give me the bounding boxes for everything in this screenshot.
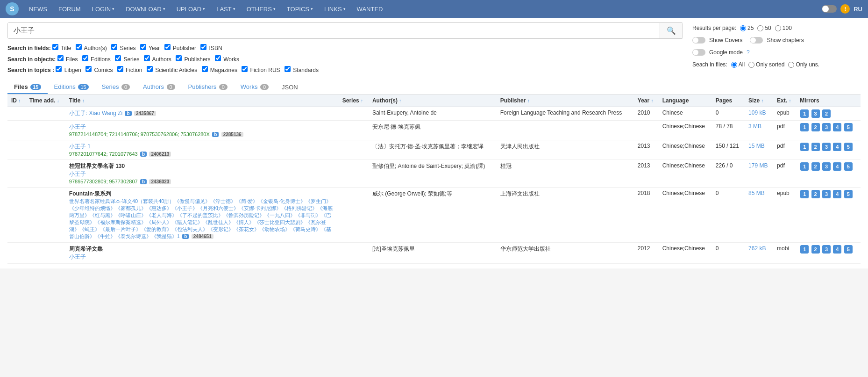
files-only-sorted[interactable]: Only sorted: [748, 59, 784, 70]
mirror-3[interactable]: 3: [822, 245, 831, 254]
nav-topics[interactable]: TOPICS ▾: [282, 3, 318, 15]
size-link[interactable]: 762 kB: [748, 245, 766, 252]
mirror-4[interactable]: 4: [833, 190, 841, 198]
field-author[interactable]: Author(s): [76, 45, 107, 51]
mirror-5[interactable]: 5: [844, 190, 853, 198]
cell-id: [7, 242, 26, 263]
mirror-4[interactable]: 4: [833, 162, 841, 171]
google-mode-toggle[interactable]: [692, 49, 705, 56]
topic-libgen[interactable]: Libgen: [56, 67, 81, 73]
nav-forum[interactable]: FORUM: [54, 3, 85, 15]
cell-mirrors: 1 2 3 4 5: [796, 140, 861, 160]
topic-comics[interactable]: Comics: [85, 67, 113, 73]
mirror-2[interactable]: 2: [811, 162, 820, 171]
mirror-5[interactable]: 5: [844, 245, 853, 254]
cell-id: [7, 107, 26, 120]
title-link[interactable]: 小王子: [69, 254, 86, 260]
language-label[interactable]: RU: [854, 6, 862, 13]
field-isbn[interactable]: ISBN: [200, 45, 222, 51]
nav-wanted[interactable]: WANTED: [352, 3, 388, 15]
obj-publishers[interactable]: Publishers: [176, 56, 210, 63]
tab-editions[interactable]: Editions 15: [48, 80, 95, 94]
search-input[interactable]: [8, 23, 660, 38]
cell-publisher: 上海译文出版社: [497, 187, 634, 242]
files-only-uns[interactable]: Only uns.: [788, 59, 819, 70]
mirror-1[interactable]: 1: [800, 190, 809, 198]
topic-magazines[interactable]: Magazines: [202, 67, 237, 73]
tab-series[interactable]: Series 0: [95, 80, 136, 94]
tab-editions-badge: 15: [78, 84, 88, 90]
mirror-5[interactable]: 5: [844, 162, 853, 171]
mirror-1[interactable]: 1: [800, 245, 809, 254]
cell-id: [7, 140, 26, 160]
tab-authors[interactable]: Authors 0: [136, 80, 181, 94]
mirror-4[interactable]: 4: [833, 123, 841, 131]
cell-ext: pdf: [773, 120, 796, 140]
nav-others[interactable]: OTHERS ▾: [242, 3, 280, 15]
mirror-3[interactable]: 3: [822, 190, 831, 198]
topic-fiction-rus[interactable]: Fiction RUS: [242, 67, 280, 73]
mirror-3[interactable]: 3: [822, 162, 831, 171]
obj-series[interactable]: Series: [115, 56, 139, 63]
per-page-25[interactable]: 25: [740, 22, 754, 34]
mirror-3[interactable]: 3: [822, 123, 831, 131]
cell-language: Chinese;Chinese: [659, 242, 712, 263]
mirror-2[interactable]: 2: [822, 109, 831, 118]
size-link[interactable]: 15 MB: [748, 143, 765, 149]
tab-publishers[interactable]: Publishers 0: [182, 80, 234, 94]
nav-links[interactable]: LINKS ▾: [320, 3, 350, 15]
size-link[interactable]: 179 MB: [748, 162, 768, 169]
mirror-3[interactable]: 3: [822, 143, 831, 151]
title-link[interactable]: 小王子: [69, 171, 86, 177]
per-page-50[interactable]: 50: [757, 22, 771, 34]
mirror-2[interactable]: 2: [811, 190, 820, 198]
nav-login[interactable]: LOGIN ▾: [87, 3, 119, 15]
topic-scientific[interactable]: Scientific Articles: [147, 67, 197, 73]
topic-fiction[interactable]: Fiction: [117, 67, 142, 73]
size-link[interactable]: 85 MB: [748, 190, 765, 196]
tab-files[interactable]: Files 15: [7, 80, 48, 94]
field-title[interactable]: Title: [52, 45, 71, 51]
obj-works[interactable]: Works: [215, 56, 239, 63]
obj-files[interactable]: Files: [57, 56, 78, 63]
mirror-3[interactable]: 3: [811, 109, 820, 118]
mirror-5[interactable]: 5: [844, 143, 853, 151]
google-mode-help[interactable]: ?: [747, 47, 750, 58]
mirror-4[interactable]: 4: [833, 143, 841, 151]
mirror-5[interactable]: 5: [844, 123, 853, 131]
mirror-2[interactable]: 2: [811, 143, 820, 151]
title-link[interactable]: 世界名著名家经典译本·译文40（套装共40册）《傲慢与偏见》《浮士德》《简·爱》…: [69, 198, 333, 239]
field-publisher[interactable]: Publisher: [164, 45, 196, 51]
col-language: Language: [659, 94, 712, 107]
mirror-1[interactable]: 1: [800, 123, 809, 131]
files-all[interactable]: All: [731, 59, 745, 70]
nav-last[interactable]: LAST ▾: [212, 3, 240, 15]
show-covers-toggle[interactable]: [692, 37, 705, 44]
mirror-4[interactable]: 4: [833, 245, 841, 254]
field-series[interactable]: Series: [111, 45, 135, 51]
title-link[interactable]: 小王子 1: [69, 143, 91, 150]
nav-upload[interactable]: UPLOAD ▾: [172, 3, 210, 15]
tab-json[interactable]: JSON: [275, 81, 305, 94]
mirror-2[interactable]: 2: [811, 245, 820, 254]
title-link[interactable]: 小王子: [69, 123, 86, 130]
obj-editions[interactable]: Editions: [82, 56, 111, 63]
search-button[interactable]: 🔍: [660, 23, 683, 38]
per-page-100[interactable]: 100: [775, 22, 792, 34]
topic-standards[interactable]: Standards: [285, 67, 319, 73]
show-chapters-toggle[interactable]: [750, 37, 763, 44]
tab-works[interactable]: Works 0: [234, 80, 275, 94]
nav-news[interactable]: NEWS: [24, 3, 52, 15]
size-link[interactable]: 109 kB: [748, 109, 766, 116]
mirror-2[interactable]: 2: [811, 123, 820, 131]
mirror-1[interactable]: 1: [800, 162, 809, 171]
mirror-1[interactable]: 1: [800, 143, 809, 151]
cell-mirrors: 1 2 3 4 5: [796, 187, 861, 242]
theme-toggle[interactable]: [822, 5, 837, 13]
mirror-1[interactable]: 1: [800, 109, 809, 118]
field-year[interactable]: Year: [140, 45, 160, 51]
obj-authors[interactable]: Authors: [144, 56, 171, 63]
title-link[interactable]: 小王子: Xiao Wang Zi: [69, 110, 122, 116]
nav-download[interactable]: DOWNLOAD ▾: [121, 3, 170, 15]
size-link[interactable]: 3 MB: [748, 123, 761, 130]
